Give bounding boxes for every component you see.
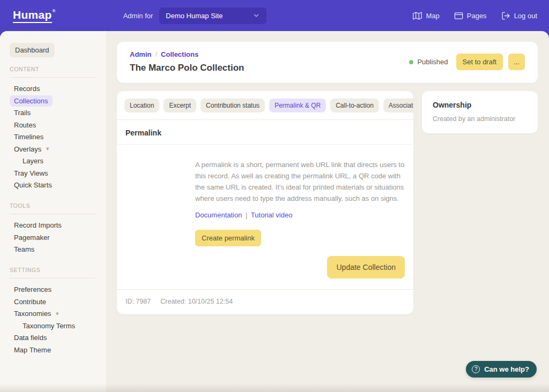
record-created-date: Created: 10/10/25 12:54 xyxy=(160,298,233,305)
map-nav-link[interactable]: Map xyxy=(413,11,439,20)
breadcrumb: Admin / Collections xyxy=(130,50,244,58)
sidebar-item-overlays-label: Overlays xyxy=(14,145,41,153)
logout-icon xyxy=(501,11,510,20)
update-collection-button[interactable]: Update Collection xyxy=(327,256,405,278)
sidebar-item-preferences[interactable]: Preferences xyxy=(10,284,56,295)
record-meta-footer: ID: 7987 Created: 10/10/25 12:54 xyxy=(117,290,413,314)
registered-trademark: ® xyxy=(52,9,55,13)
content-section-heading: CONTENT xyxy=(10,66,95,78)
sidebar-item-taxonomies[interactable]: Taxonomies ▼ xyxy=(10,308,64,319)
tutorial-video-link[interactable]: Tutorial video xyxy=(251,211,293,219)
sidebar-item-overlays[interactable]: Overlays ▼ xyxy=(10,144,54,155)
map-icon xyxy=(413,11,422,20)
ownership-text: Created by an administrator xyxy=(433,115,527,123)
admin-for-label: Admin for xyxy=(123,12,153,20)
sidebar-item-tray-views[interactable]: Tray Views xyxy=(10,168,53,179)
sidebar: Dashboard CONTENT Records Collections Tr… xyxy=(0,31,106,392)
sidebar-item-teams[interactable]: Teams xyxy=(10,244,39,255)
app-body: Dashboard CONTENT Records Collections Tr… xyxy=(0,31,549,392)
logout-nav-link[interactable]: Log out xyxy=(501,11,537,20)
help-button-label: Can we help? xyxy=(484,365,529,373)
humap-logo-text: Humap xyxy=(13,9,52,21)
record-header-left: Admin / Collections The Marco Polo Colle… xyxy=(130,50,244,73)
top-bar: Humap® Admin for Demo Humap Site Map Pag… xyxy=(0,0,549,31)
sidebar-item-map-theme[interactable]: Map Theme xyxy=(10,344,55,356)
page-title: The Marco Polo Collection xyxy=(130,63,244,73)
content-nav-group: Records Collections Trails Routes Timeli… xyxy=(10,83,95,191)
dashboard-button[interactable]: Dashboard xyxy=(10,43,55,57)
site-selector-value: Demo Humap Site xyxy=(166,12,222,20)
field-label-column xyxy=(125,159,195,246)
ownership-card: Ownership Created by an administrator xyxy=(422,91,538,133)
pages-nav-link[interactable]: Pages xyxy=(454,11,487,20)
sidebar-item-contribute[interactable]: Contribute xyxy=(10,296,50,307)
permalink-description: A permalink is a short, permanent web UR… xyxy=(195,159,405,204)
tab-bar: Location Excerpt Contribution status Per… xyxy=(117,91,413,120)
tools-section-heading: TOOLS xyxy=(10,202,95,214)
sidebar-item-pagemaker[interactable]: Pagemaker xyxy=(10,232,54,243)
breadcrumb-separator: / xyxy=(155,50,157,58)
top-navigation: Map Pages Log out xyxy=(413,11,537,20)
help-button[interactable]: ? Can we help? xyxy=(466,361,537,378)
tab-contribution-status[interactable]: Contribution status xyxy=(201,99,265,112)
more-actions-button[interactable]: ... xyxy=(508,54,525,70)
breadcrumb-admin-link[interactable]: Admin xyxy=(130,50,151,58)
chevron-down-icon: ▼ xyxy=(45,146,50,152)
tab-location[interactable]: Location xyxy=(124,99,159,112)
sidebar-item-taxonomies-label: Taxonomies xyxy=(14,310,51,318)
record-header-card: Admin / Collections The Marco Polo Colle… xyxy=(117,42,538,83)
humap-logo[interactable]: Humap® xyxy=(13,9,52,23)
sidebar-item-timelines[interactable]: Timelines xyxy=(10,131,48,142)
sidebar-item-collections[interactable]: Collections xyxy=(10,95,53,107)
chevron-down-icon xyxy=(253,12,260,19)
logout-nav-label: Log out xyxy=(514,12,537,20)
tools-nav-group: Record Imports Pagemaker Teams xyxy=(10,220,95,255)
sidebar-item-trails[interactable]: Trails xyxy=(10,107,35,118)
sidebar-item-data-fields[interactable]: Data fields xyxy=(10,332,51,343)
permalink-section-heading: Permalink xyxy=(117,120,413,145)
sidebar-item-layers[interactable]: Layers xyxy=(18,155,48,167)
main-content: Admin / Collections The Marco Polo Colle… xyxy=(106,31,549,392)
set-to-draft-button[interactable]: Set to draft xyxy=(456,54,503,70)
pages-nav-label: Pages xyxy=(467,12,487,20)
published-status-label: Published xyxy=(417,58,448,66)
permalink-field-column: A permalink is a short, permanent web UR… xyxy=(195,159,405,246)
site-selector-dropdown[interactable]: Demo Humap Site xyxy=(159,7,266,24)
sidebar-item-routes[interactable]: Routes xyxy=(10,119,40,131)
sidebar-item-quick-starts[interactable]: Quick Starts xyxy=(10,179,56,191)
permalink-help-links: Documentation | Tutorial video xyxy=(195,211,405,219)
sidebar-item-taxonomy-terms[interactable]: Taxonomy Terms xyxy=(18,320,79,331)
tab-call-to-action[interactable]: Call-to-action xyxy=(330,99,379,112)
settings-nav-group: Preferences Contribute Taxonomies ▼ Taxo… xyxy=(10,284,95,356)
chevron-down-icon: ▼ xyxy=(55,311,60,316)
links-separator: | xyxy=(244,211,249,219)
content-row: Location Excerpt Contribution status Per… xyxy=(117,91,538,314)
permalink-section-body: A permalink is a short, permanent web UR… xyxy=(117,145,413,246)
question-mark-icon: ? xyxy=(472,365,480,373)
published-status-dot xyxy=(409,60,413,64)
form-actions: Update Collection xyxy=(117,246,413,290)
sidebar-item-record-imports[interactable]: Record Imports xyxy=(10,220,66,231)
ownership-heading: Ownership xyxy=(433,101,527,109)
publish-status: Published xyxy=(409,58,448,66)
collection-edit-card: Location Excerpt Contribution status Per… xyxy=(117,91,413,314)
tab-permalink-qr[interactable]: Permalink & QR xyxy=(269,99,326,112)
pages-icon xyxy=(454,11,463,20)
settings-section-heading: SETTINGS xyxy=(10,267,95,278)
record-header-actions: Published Set to draft ... xyxy=(409,54,525,70)
tab-associated-overlay[interactable]: Associated overlay xyxy=(383,99,413,112)
tab-excerpt[interactable]: Excerpt xyxy=(164,99,196,112)
map-nav-label: Map xyxy=(426,12,439,20)
breadcrumb-collections-link[interactable]: Collections xyxy=(161,50,198,58)
record-id: ID: 7987 xyxy=(125,298,151,305)
create-permalink-button[interactable]: Create permalink xyxy=(195,230,261,246)
sidebar-item-records[interactable]: Records xyxy=(10,83,44,94)
documentation-link[interactable]: Documentation xyxy=(195,211,242,219)
